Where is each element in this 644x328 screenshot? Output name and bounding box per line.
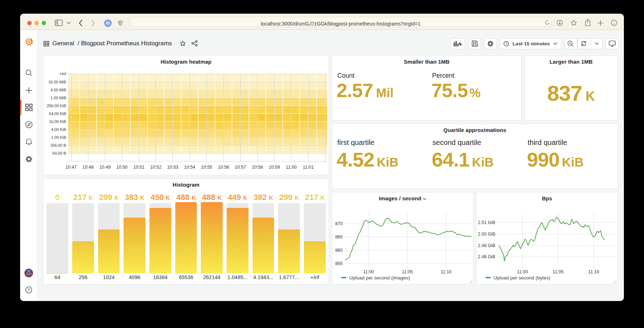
- svg-text:1.00 KiB: 1.00 KiB: [51, 135, 66, 140]
- svg-text:2.50 GiB: 2.50 GiB: [478, 232, 496, 237]
- svg-text:2.48 GiB: 2.48 GiB: [478, 243, 496, 248]
- svg-text:10:54: 10:54: [184, 165, 195, 170]
- svg-text:855: 855: [335, 261, 343, 266]
- svg-text:2.51 GiB: 2.51 GiB: [478, 220, 496, 225]
- svg-text:1: 1: [107, 22, 109, 25]
- svg-text:860: 860: [335, 248, 343, 253]
- svg-text:865: 865: [335, 234, 343, 240]
- svg-text:10:47: 10:47: [65, 165, 77, 170]
- svg-text:10:55: 10:55: [201, 165, 212, 170]
- svg-text:11:05: 11:05: [402, 269, 413, 274]
- svg-text:256.00 B: 256.00 B: [50, 143, 66, 147]
- svg-text:4.00 KiB: 4.00 KiB: [51, 127, 66, 132]
- svg-text:10:58: 10:58: [252, 165, 263, 170]
- svg-text:10:49: 10:49: [99, 165, 111, 170]
- svg-text:870: 870: [335, 221, 343, 226]
- svg-text:11:00: 11:00: [363, 269, 374, 274]
- svg-text:2.46 GiB: 2.46 GiB: [478, 254, 496, 259]
- svg-text:11:00: 11:00: [286, 165, 297, 170]
- svg-text:16.00 MiB: 16.00 MiB: [48, 80, 66, 84]
- svg-text:?: ?: [28, 288, 30, 292]
- svg-text:10:53: 10:53: [167, 165, 178, 170]
- svg-text:10:50: 10:50: [116, 165, 128, 170]
- svg-text:16.00 KiB: 16.00 KiB: [49, 119, 66, 124]
- svg-text:10:57: 10:57: [235, 165, 246, 170]
- svg-text:4.00 MiB: 4.00 MiB: [51, 88, 66, 92]
- svg-text:64.00 B: 64.00 B: [52, 151, 66, 155]
- svg-text:11:05: 11:05: [553, 269, 564, 274]
- svg-text:10:48: 10:48: [83, 165, 94, 170]
- svg-text:i: i: [613, 21, 615, 25]
- svg-text:10:56: 10:56: [218, 165, 229, 170]
- svg-text:64.00 KiB: 64.00 KiB: [49, 111, 66, 116]
- svg-text:11:10: 11:10: [441, 269, 451, 274]
- svg-text:10:52: 10:52: [150, 165, 161, 170]
- svg-text:10:59: 10:59: [269, 165, 280, 170]
- svg-text:256.00 KiB: 256.00 KiB: [47, 104, 66, 108]
- svg-text:+Inf: +Inf: [59, 72, 66, 76]
- svg-text:11:10: 11:10: [588, 269, 599, 274]
- svg-text:1.00 MiB: 1.00 MiB: [51, 96, 66, 100]
- svg-text:11:01: 11:01: [303, 165, 314, 170]
- svg-text:10:51: 10:51: [133, 165, 144, 170]
- svg-text:11:00: 11:00: [517, 269, 528, 274]
